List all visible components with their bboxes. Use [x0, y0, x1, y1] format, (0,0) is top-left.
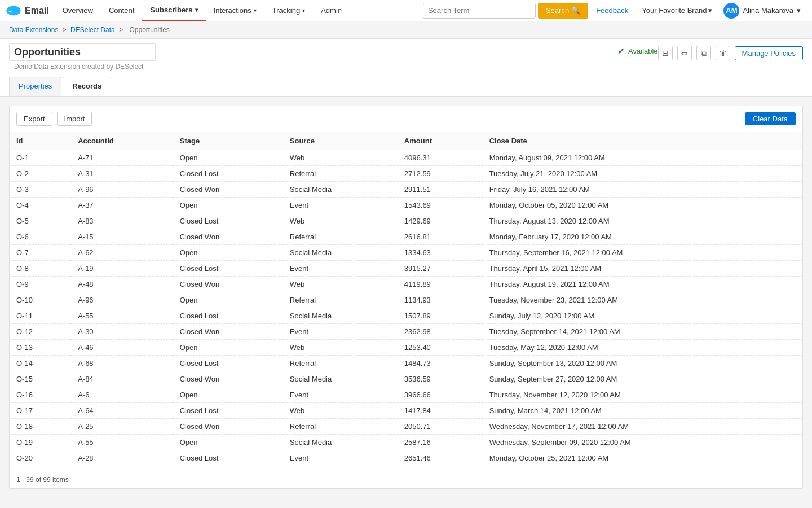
cell-0: O-11 — [10, 308, 71, 324]
brand-caret-icon: ▾ — [708, 6, 712, 15]
svg-text:☁: ☁ — [8, 9, 12, 13]
cell-0: O-1 — [10, 150, 71, 166]
nav-interactions-label: Interactions — [214, 6, 251, 15]
cell-3: Web — [283, 277, 398, 292]
cell-5: Tuesday, November 23, 2021 12:00 AM — [483, 292, 802, 308]
available-badge: ✔ Available — [617, 43, 658, 59]
cell-3: Social Media — [283, 182, 398, 198]
col-header-accountid: AccountId — [71, 132, 173, 150]
subscribers-caret-icon: ▾ — [195, 7, 198, 13]
cell-0: O-19 — [10, 435, 71, 450]
cell-4: 3536.59 — [398, 371, 483, 387]
nav-item-subscribers[interactable]: Subscribers ▾ — [142, 0, 205, 21]
cell-5: Friday, July 16, 2021 12:00 AM — [483, 182, 802, 198]
table-row: O-20A-28Closed LostEvent2651.46Monday, O… — [10, 450, 802, 466]
cell-3: Web — [283, 213, 398, 229]
nav-item-overview[interactable]: Overview — [55, 0, 101, 21]
cell-4: 2050.71 — [398, 419, 483, 435]
cell-2: Open — [173, 340, 283, 356]
search-input[interactable] — [423, 3, 536, 19]
filter-button[interactable]: ⊟ — [658, 46, 673, 60]
nav-overview-label: Overview — [63, 6, 93, 15]
cell-4: 2616.81 — [398, 229, 483, 245]
table-row: O-4A-37OpenEvent1543.69Monday, October 0… — [10, 198, 802, 213]
search-btn-label: Search — [546, 6, 569, 15]
import-button[interactable]: Import — [57, 112, 92, 126]
cell-4: 3966.66 — [398, 387, 483, 403]
cell-3: Web — [283, 403, 398, 419]
cell-0: O-6 — [10, 229, 71, 245]
cell-2: Closed Lost — [173, 213, 283, 229]
cell-4: 1253.40 — [398, 340, 483, 356]
cell-0: O-10 — [10, 292, 71, 308]
table-row: O-12A-30Closed WonEvent2362.98Tuesday, S… — [10, 324, 802, 340]
cell-1: A-71 — [71, 150, 173, 166]
cell-5: Thursday, September 16, 2021 12:00 AM — [483, 245, 802, 261]
nav-subscribers-label: Subscribers — [150, 6, 192, 14]
breadcrumb: Data Extensions > DESelect Data > Opport… — [0, 21, 812, 39]
cell-4: 1543.69 — [398, 198, 483, 213]
tab-properties[interactable]: Properties — [9, 77, 61, 96]
delete-button[interactable]: 🗑 — [716, 46, 730, 60]
interactions-caret-icon: ▾ — [254, 7, 257, 14]
nav-item-admin[interactable]: Admin — [313, 0, 350, 21]
cell-5: Monday, February 17, 2020 12:00 AM — [483, 229, 802, 245]
cell-0: O-5 — [10, 213, 71, 229]
nav-item-content[interactable]: Content — [101, 0, 143, 21]
breadcrumb-sep-2: > — [119, 26, 125, 34]
tab-properties-label: Properties — [19, 82, 52, 90]
nav-item-tracking[interactable]: Tracking ▾ — [264, 0, 313, 21]
cell-5: Sunday, November 21, 2021 12:00 AM — [483, 466, 802, 471]
cell-1: A-84 — [71, 371, 173, 387]
cell-4: 3915.27 — [398, 261, 483, 277]
cell-2: Closed Won — [173, 229, 283, 245]
columns-button[interactable]: ⇔ — [677, 46, 692, 60]
cell-4: 4096.31 — [398, 150, 483, 166]
breadcrumb-deselect-data[interactable]: DESelect Data — [70, 26, 115, 34]
table-row: O-11A-55Closed LostSocial Media1507.89Su… — [10, 308, 802, 324]
page-title-input[interactable] — [9, 43, 156, 61]
table-row: O-10A-96OpenReferral1134.93Tuesday, Nove… — [10, 292, 802, 308]
tab-records[interactable]: Records — [63, 77, 111, 96]
page-subtitle-input[interactable] — [9, 61, 156, 72]
cloud-logo-icon: ☁ — [6, 3, 21, 19]
logo[interactable]: ☁ Email — [6, 3, 49, 19]
cell-5: Sunday, September 27, 2020 12:00 AM — [483, 371, 802, 387]
cell-4: 1484.73 — [398, 356, 483, 371]
nav-user-menu[interactable]: AM Alina Makarova ▾ — [718, 3, 806, 19]
top-nav: ☁ Email Overview Content Subscribers ▾ I… — [0, 0, 812, 21]
cell-4: 1417.84 — [398, 403, 483, 419]
cell-2: Closed Won — [173, 371, 283, 387]
breadcrumb-data-extensions[interactable]: Data Extensions — [9, 26, 58, 34]
table-row: O-6A-15Closed WonReferral2616.81Monday, … — [10, 229, 802, 245]
nav-brand-selector[interactable]: Your Favorite Brand ▾ — [636, 6, 718, 15]
cell-0: O-9 — [10, 277, 71, 292]
export-button[interactable]: Export — [16, 112, 52, 126]
cell-0: O-21 — [10, 466, 71, 471]
nav-item-interactions[interactable]: Interactions ▾ — [206, 0, 264, 21]
table-footer: 1 - 99 of 99 items — [10, 471, 802, 488]
cell-0: O-8 — [10, 261, 71, 277]
manage-policies-button[interactable]: Manage Policies — [735, 46, 803, 60]
cell-0: O-13 — [10, 340, 71, 356]
cell-0: O-18 — [10, 419, 71, 435]
cell-4: 1507.89 — [398, 308, 483, 324]
cell-5: Sunday, July 12, 2020 12:00 AM — [483, 308, 802, 324]
cell-4: 4119.89 — [398, 277, 483, 292]
table-row: O-21A-70Closed WonWeb1709.22Sunday, Nove… — [10, 466, 802, 471]
copy-button[interactable]: ⧉ — [696, 46, 711, 60]
search-button[interactable]: Search 🔍 — [538, 3, 588, 19]
col-header-stage: Stage — [173, 132, 283, 150]
table-scroll-container[interactable]: Id AccountId Stage Source Amount Close D… — [10, 132, 802, 471]
nav-tracking-label: Tracking — [272, 6, 300, 15]
table-row: O-18A-25Closed WonReferral2050.71Wednesd… — [10, 419, 802, 435]
table-row: O-13A-46OpenWeb1253.40Tuesday, May 12, 2… — [10, 340, 802, 356]
cell-5: Thursday, August 13, 2020 12:00 AM — [483, 213, 802, 229]
clear-data-button[interactable]: Clear Data — [745, 112, 796, 125]
cell-0: O-20 — [10, 450, 71, 466]
cell-3: Referral — [283, 166, 398, 182]
table-row: O-9A-48Closed WonWeb4119.89Thursday, Aug… — [10, 277, 802, 292]
cell-1: A-83 — [71, 213, 173, 229]
cell-1: A-55 — [71, 308, 173, 324]
nav-feedback-link[interactable]: Feedback — [588, 6, 636, 15]
